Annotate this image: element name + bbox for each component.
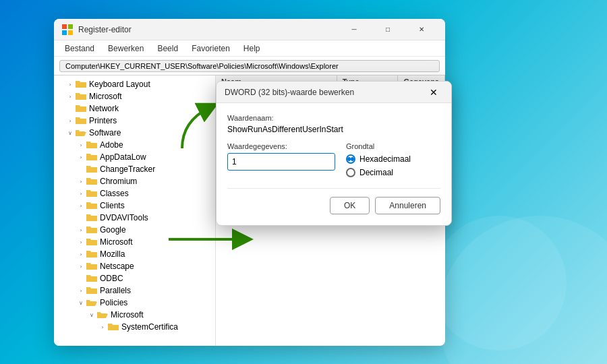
radio-label-dec: Decimaal	[359, 168, 393, 177]
dialog-body: Waardenaam: ShowRunAsDifferentUserInStar…	[216, 103, 451, 225]
dialog-right: Grondtal Hexadecimaal Decimaal	[346, 142, 440, 177]
ok-button[interactable]: OK	[330, 197, 370, 214]
dialog-close-button[interactable]: ✕	[424, 83, 443, 102]
dialog-title-bar: DWORD (32 bits)-waarde bewerken ✕	[216, 82, 451, 103]
radio-circle-dec	[346, 168, 355, 177]
radio-circle-hex	[346, 154, 355, 164]
waardegegevens-input[interactable]	[227, 153, 335, 171]
grondtal-label: Grondtal	[346, 142, 440, 150]
radio-group: Hexadecimaal Decimaal	[346, 154, 440, 177]
dword-dialog: DWORD (32 bits)-waarde bewerken ✕ Waarde…	[216, 81, 452, 226]
radio-label-hex: Hexadecimaal	[359, 154, 411, 164]
waardenaam-label: Waardenaam:	[227, 114, 440, 122]
dialog-title: DWORD (32 bits)-waarde bewerken	[225, 88, 424, 97]
dialog-overlay: DWORD (32 bits)-waarde bewerken ✕ Waarde…	[0, 0, 607, 364]
waardenaam-value: ShowRunAsDifferentUserInStart	[227, 125, 440, 134]
radio-hexadecimaal[interactable]: Hexadecimaal	[346, 154, 440, 164]
waardegegevens-label: Waardegegevens:	[227, 142, 335, 150]
dialog-row: Waardegegevens: Grondtal Hexadecimaal De…	[227, 142, 440, 177]
dialog-left: Waardegegevens:	[227, 142, 335, 171]
dialog-buttons: OK Annuleren	[227, 188, 440, 214]
cancel-button[interactable]: Annuleren	[375, 197, 440, 214]
radio-decimaal[interactable]: Decimaal	[346, 168, 440, 177]
